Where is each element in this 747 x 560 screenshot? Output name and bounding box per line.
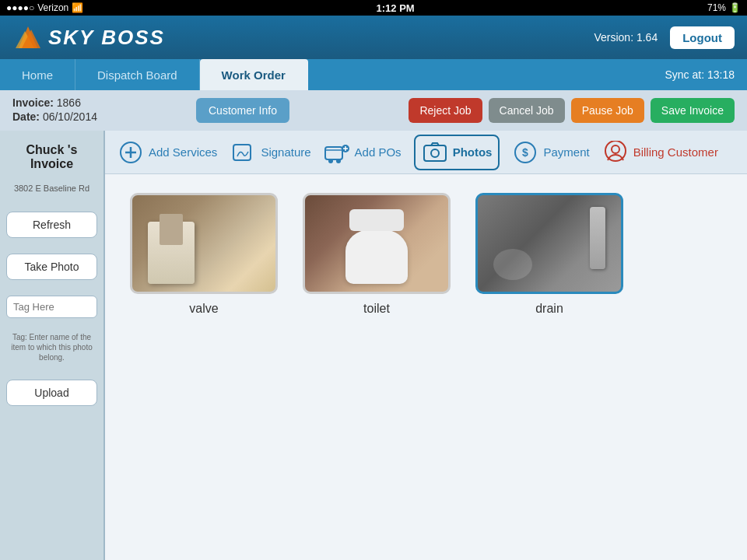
tab-work-order[interactable]: Work Order xyxy=(200,59,308,90)
work-order-container: Chuck 's Invoice 3802 E Baseline Rd Refr… xyxy=(0,131,747,560)
photo-label-toilet: toilet xyxy=(363,302,390,316)
photo-label-drain: drain xyxy=(535,302,563,316)
take-photo-button[interactable]: Take Photo xyxy=(6,254,97,280)
customer-info-button[interactable]: Customer Info xyxy=(196,98,289,123)
toolbar-payment[interactable]: $ Payment xyxy=(512,139,589,166)
logo: SKY BOSS xyxy=(12,23,165,51)
svg-text:$: $ xyxy=(523,146,529,159)
add-pos-icon xyxy=(324,139,350,166)
photo-thumb-valve[interactable] xyxy=(130,193,278,294)
svg-point-9 xyxy=(336,159,341,163)
status-time: 1:12 PM xyxy=(377,2,415,14)
photo-item-valve[interactable]: valve xyxy=(130,193,278,316)
invoice-info: Invoice: 1866 Date: 06/10/2014 xyxy=(12,96,184,124)
photo-thumb-drain[interactable] xyxy=(475,193,623,294)
status-carrier: ●●●●○ Verizon 📶 xyxy=(6,2,83,13)
status-bar: ●●●●○ Verizon 📶 1:12 PM 71% 🔋 xyxy=(0,0,747,16)
photo-item-drain[interactable]: drain xyxy=(475,193,623,316)
signal-dots: ●●●●○ xyxy=(6,2,34,13)
toolbar-add-pos[interactable]: Add POs xyxy=(324,139,402,166)
toolbar: Add Services Signature xyxy=(105,131,747,174)
svg-point-14 xyxy=(431,149,439,157)
status-battery: 71% 🔋 xyxy=(707,2,741,13)
photo-thumb-toilet[interactable] xyxy=(303,193,451,294)
invoice-action-buttons: Customer Info Reject Job Cancel Job Paus… xyxy=(196,98,735,123)
refresh-button[interactable]: Refresh xyxy=(6,212,97,238)
reject-job-button[interactable]: Reject Job xyxy=(409,98,482,123)
invoice-number-row: Invoice: 1866 xyxy=(12,96,184,109)
save-invoice-button[interactable]: Save Invoice xyxy=(651,98,735,123)
date-row: Date: 06/10/2014 xyxy=(12,110,184,123)
version-label: Version: 1.64 xyxy=(594,31,658,44)
photo-item-toilet[interactable]: toilet xyxy=(303,193,451,316)
cancel-job-button[interactable]: Cancel Job xyxy=(489,98,565,123)
sync-info: Sync at: 13:18 xyxy=(665,68,747,81)
carrier-label: Verizon xyxy=(37,2,68,13)
svg-rect-7 xyxy=(325,147,342,159)
sidebar-invoice-address: 3802 E Baseline Rd xyxy=(6,184,97,193)
invoice-bar: Invoice: 1866 Date: 06/10/2014 Customer … xyxy=(0,90,747,131)
pause-job-button[interactable]: Pause Job xyxy=(571,98,644,123)
tag-input[interactable] xyxy=(6,296,97,318)
photos-icon xyxy=(422,139,448,166)
logo-icon xyxy=(12,23,44,51)
toolbar-photos[interactable]: Photos xyxy=(414,135,500,170)
app-header: SKY BOSS Version: 1.64 Logout xyxy=(0,16,747,59)
photo-label-valve: valve xyxy=(189,302,218,316)
toolbar-billing-customer[interactable]: Billing Customer xyxy=(602,139,718,166)
payment-icon: $ xyxy=(512,139,538,166)
sidebar-invoice-title: Chuck 's Invoice xyxy=(6,143,97,171)
billing-customer-icon xyxy=(602,139,629,166)
toolbar-signature[interactable]: Signature xyxy=(230,139,310,166)
tab-dispatch-board[interactable]: Dispatch Board xyxy=(75,59,200,90)
svg-point-18 xyxy=(612,145,619,153)
nav-bar: Home Dispatch Board Work Order Sync at: … xyxy=(0,59,747,90)
add-services-icon xyxy=(117,139,144,166)
logo-text: SKY BOSS xyxy=(48,26,165,50)
svg-rect-13 xyxy=(424,145,446,161)
tag-hint: Tag: Enter name of the item to which thi… xyxy=(6,332,97,362)
battery-icon: 🔋 xyxy=(729,2,741,13)
wifi-icon: 📶 xyxy=(72,2,83,13)
toolbar-add-services[interactable]: Add Services xyxy=(117,139,217,166)
photos-grid: valve toilet drain xyxy=(105,174,747,560)
signature-icon xyxy=(230,139,256,166)
upload-button[interactable]: Upload xyxy=(6,380,97,406)
nav-tabs: Home Dispatch Board Work Order xyxy=(0,59,308,90)
header-right: Version: 1.64 Logout xyxy=(594,26,735,49)
svg-point-8 xyxy=(328,159,333,163)
logout-button[interactable]: Logout xyxy=(670,26,735,49)
sidebar: Chuck 's Invoice 3802 E Baseline Rd Refr… xyxy=(0,131,105,560)
battery-label: 71% xyxy=(707,2,726,13)
tab-home[interactable]: Home xyxy=(0,59,75,90)
main-content: Add Services Signature xyxy=(105,131,747,560)
